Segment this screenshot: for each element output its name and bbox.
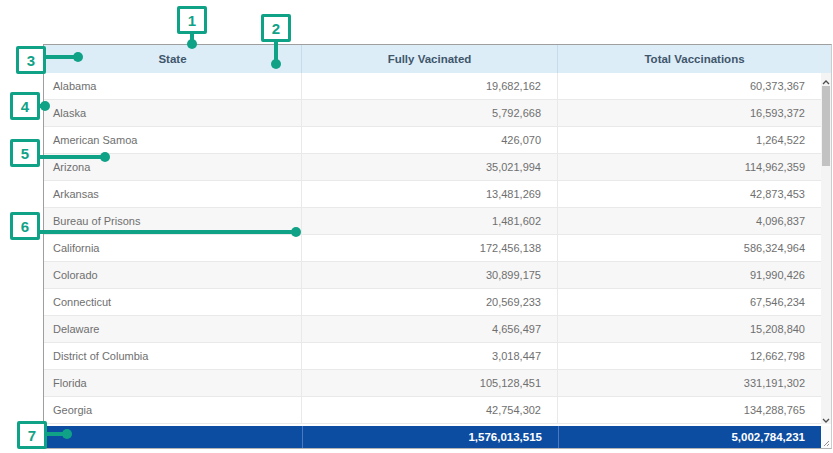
annotation-callout-2: 2 (261, 14, 291, 42)
annotation-line-3 (44, 55, 76, 59)
table-row[interactable]: Alabama 19,682,162 60,373,367 (44, 73, 821, 100)
table-body: Alabama 19,682,162 60,373,367 Alaska 5,7… (44, 73, 831, 424)
fully-vaccinated-cell: 30,899,175 (302, 262, 558, 288)
total-vaccinations-cell: 60,373,367 (558, 73, 821, 99)
vaccination-table-widget: State Fully Vacinated Total Vaccinations… (43, 44, 832, 449)
total-vaccinations-cell: 4,096,837 (558, 208, 821, 234)
total-vaccinations-cell: 134,288,765 (558, 397, 821, 423)
table-row[interactable]: California 172,456,138 586,324,964 (44, 235, 821, 262)
fully-vaccinated-cell: 172,456,138 (302, 235, 558, 261)
state-cell: Arkansas (44, 181, 302, 207)
total-vaccinations-cell: 67,546,234 (558, 289, 821, 315)
state-cell: Alaska (44, 100, 302, 126)
vertical-scrollbar[interactable] (821, 73, 831, 424)
total-vaccinations-cell: 91,990,426 (558, 262, 821, 288)
annotation-callout-6: 6 (10, 212, 40, 240)
state-cell: Colorado (44, 262, 302, 288)
total-vaccinations-cell: 114,962,359 (558, 154, 821, 180)
table-row[interactable]: American Samoa 426,070 1,264,522 (44, 127, 821, 154)
table-row[interactable]: Arkansas 13,481,269 42,873,453 (44, 181, 821, 208)
state-cell: Connecticut (44, 289, 302, 315)
fully-vaccinated-cell: 4,656,497 (302, 316, 558, 342)
annotation-callout-5: 5 (10, 139, 40, 167)
state-cell: Delaware (44, 316, 302, 342)
annotation-dot-3 (73, 52, 83, 62)
annotation-line-2 (274, 41, 278, 61)
table-row[interactable]: Alaska 5,792,668 16,593,372 (44, 100, 821, 127)
table-row[interactable]: District of Columbia 3,018,447 12,662,79… (44, 343, 821, 370)
fully-vaccinated-cell: 3,018,447 (302, 343, 558, 369)
table-rows-viewport: Alabama 19,682,162 60,373,367 Alaska 5,7… (44, 73, 821, 424)
table-row[interactable]: Florida 105,128,451 331,191,302 (44, 370, 821, 397)
total-vaccinations-cell: 15,208,840 (558, 316, 821, 342)
total-vaccinations-cell: 331,191,302 (558, 370, 821, 396)
scrollbar-thumb[interactable] (822, 86, 830, 166)
annotation-dot-4 (40, 101, 50, 111)
state-cell: Florida (44, 370, 302, 396)
fully-vaccinated-cell: 13,481,269 (302, 181, 558, 207)
annotation-callout-3: 3 (16, 46, 46, 74)
total-vaccinations-cell: 586,324,964 (558, 235, 821, 261)
annotation-callout-1: 1 (177, 6, 207, 34)
annotation-line-5 (38, 155, 102, 159)
total-vaccinations-cell: 16,593,372 (558, 100, 821, 126)
fully-vaccinated-cell: 105,128,451 (302, 370, 558, 396)
state-cell: District of Columbia (44, 343, 302, 369)
total-vaccinations-cell: 1,264,522 (558, 127, 821, 153)
column-header-state[interactable]: State (44, 45, 302, 73)
total-total-vaccinations-cell: 5,002,784,231 (558, 426, 821, 448)
state-cell: Georgia (44, 397, 302, 423)
fully-vaccinated-cell: 20,569,233 (302, 289, 558, 315)
total-vaccinations-cell: 42,873,453 (558, 181, 821, 207)
table-header-row: State Fully Vacinated Total Vaccinations (44, 45, 831, 73)
table-row[interactable]: Delaware 4,656,497 15,208,840 (44, 316, 821, 343)
annotated-screenshot-canvas: State Fully Vacinated Total Vaccinations… (0, 0, 833, 453)
fully-vaccinated-cell: 35,021,994 (302, 154, 558, 180)
scroll-up-button[interactable] (821, 73, 831, 86)
fully-vaccinated-cell: 19,682,162 (302, 73, 558, 99)
fully-vaccinated-cell: 426,070 (302, 127, 558, 153)
scrollbar-corner (821, 426, 831, 448)
column-header-fully-vaccinated[interactable]: Fully Vacinated (302, 45, 558, 73)
column-header-total-vaccinations[interactable]: Total Vaccinations (558, 45, 831, 73)
fully-vaccinated-cell: 5,792,668 (302, 100, 558, 126)
total-state-cell (44, 426, 302, 448)
annotation-line-6 (38, 230, 293, 234)
total-vaccinations-cell: 12,662,798 (558, 343, 821, 369)
fully-vaccinated-cell: 42,754,302 (302, 397, 558, 423)
table-row[interactable]: Arizona 35,021,994 114,962,359 (44, 154, 821, 181)
state-cell: California (44, 235, 302, 261)
annotation-dot-6 (291, 227, 301, 237)
total-strip: 1,576,013,515 5,002,784,231 (44, 426, 831, 448)
fully-vaccinated-cell: 1,481,602 (302, 208, 558, 234)
table-total-row: 1,576,013,515 5,002,784,231 (44, 426, 821, 448)
annotation-dot-5 (100, 152, 110, 162)
annotation-dot-2 (271, 59, 281, 69)
total-fully-vaccinated-cell: 1,576,013,515 (302, 426, 558, 448)
annotation-dot-1 (187, 39, 197, 49)
state-cell: American Samoa (44, 127, 302, 153)
scroll-down-button[interactable] (821, 411, 831, 424)
annotation-dot-7 (62, 429, 72, 439)
table-row[interactable]: Georgia 42,754,302 134,288,765 (44, 397, 821, 424)
annotation-callout-4: 4 (10, 92, 40, 120)
table-row[interactable]: Connecticut 20,569,233 67,546,234 (44, 289, 821, 316)
table-row[interactable]: Colorado 30,899,175 91,990,426 (44, 262, 821, 289)
annotation-callout-7: 7 (17, 421, 47, 449)
chevron-down-icon (822, 409, 830, 427)
state-cell: Alabama (44, 73, 302, 99)
